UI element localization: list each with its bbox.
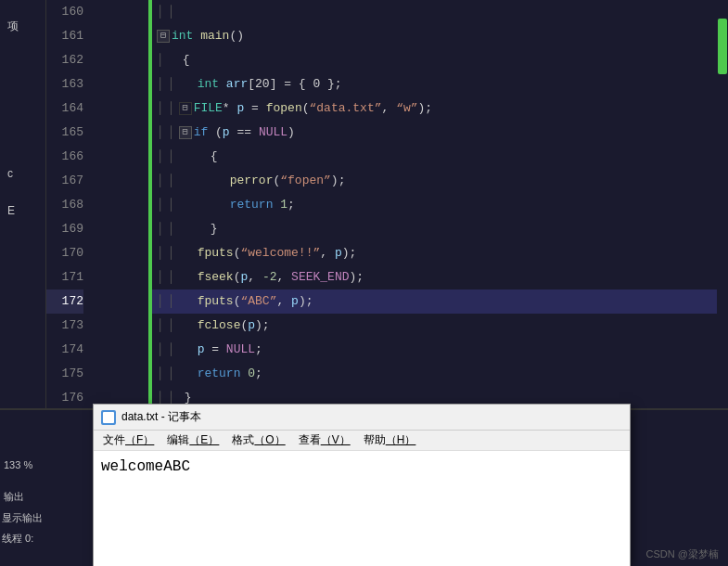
line-num-164: 164 [46, 96, 83, 121]
indent-175b: │ [168, 362, 175, 386]
space [193, 24, 200, 48]
indent-174a: │ [157, 338, 164, 362]
p170b: ); [342, 241, 357, 265]
p165a: ( [208, 121, 223, 145]
var-arr: arr [226, 72, 248, 96]
line-num-161: 161 [46, 24, 83, 48]
macro-seek-end: SEEK_END [291, 265, 349, 289]
line-num-163: 163 [46, 72, 83, 96]
indent-172b: │ [168, 289, 175, 314]
line-num-174: 174 [46, 338, 83, 362]
notepad-menu: 文件（F） 编辑（E） 格式（O） 查看（V） 帮助（H） [94, 431, 630, 451]
line-num-168: 168 [46, 193, 83, 217]
code-line-169: │ │ } [152, 217, 718, 241]
num-neg2: -2 [262, 265, 277, 289]
indent-164a: │ [157, 96, 164, 121]
op-165: == [230, 121, 259, 145]
kw-return-175: return [198, 362, 241, 386]
menu-view[interactable]: 查看（V） [293, 431, 356, 450]
fold-marker-161[interactable]: ⊟ [157, 30, 170, 43]
fn-fputs-172: fputs [198, 289, 234, 314]
line-num-162: 162 [46, 48, 83, 72]
line-num-170: 170 [46, 241, 83, 265]
code-line-162: │ { [152, 48, 718, 72]
indent-175a: │ [157, 362, 164, 386]
code-line-174: │ │ p = NULL ; [152, 338, 718, 362]
p167b: ); [331, 169, 346, 193]
scrollbar-thumb[interactable] [718, 19, 727, 74]
code-content[interactable]: │ │ ⊟ int main () │ { │ │ int arr [20] =… [152, 0, 718, 408]
code-line-163: │ │ int arr [20] = { 0 }; [152, 72, 718, 96]
var-p-165: p [223, 121, 230, 145]
indent-171b: │ [168, 265, 175, 289]
macro-null: NULL [259, 121, 287, 145]
num-0: 0 [248, 362, 255, 386]
comma-172: , [276, 289, 291, 314]
fold-marker-164[interactable]: ⊟ [179, 102, 192, 115]
fn-perror: perror [230, 169, 274, 193]
scrollbar[interactable] [717, 0, 728, 408]
code-line-160: │ │ [152, 0, 718, 24]
p171b: ); [350, 265, 364, 289]
brace-169: } [211, 217, 218, 241]
fn-fopen: fopen [266, 96, 302, 121]
str-fopen: “fopen” [280, 169, 331, 193]
code-line-164: │ │ ⊟ FILE * p = fopen ( “data.txt” , “w… [152, 96, 718, 121]
code-line-168: │ │ return 1 ; [152, 193, 718, 217]
indent-166b: │ [168, 145, 175, 169]
indent-172a: │ [157, 289, 164, 314]
fold-marker-165[interactable]: ⊟ [179, 126, 192, 139]
menu-format[interactable]: 格式（O） [226, 431, 290, 450]
indent-162: │ [157, 48, 164, 72]
indent-163b: │ [168, 72, 175, 96]
kw-int-163: int [198, 72, 219, 96]
left-sidebar: 项 c E [0, 0, 46, 408]
code-line-173: │ │ fclose ( p ); [152, 314, 718, 338]
line-num-160: 160 [46, 0, 83, 24]
p165b: ) [287, 121, 295, 145]
code-line-161: ⊟ int main () [152, 24, 718, 48]
indent-174b: │ [168, 338, 175, 362]
indent-168b: │ [168, 193, 175, 217]
indent-163a: │ [157, 72, 164, 96]
indent-164b: │ [168, 96, 175, 121]
menu-edit[interactable]: 编辑（E） [161, 431, 224, 450]
notepad-titlebar: data.txt - 记事本 [94, 405, 630, 431]
code-line-171: │ │ fseek ( p , -2 , SEEK_END ); [152, 265, 718, 289]
line-num-171: 171 [46, 265, 83, 289]
var-p-170: p [335, 241, 342, 265]
thread-label: 线程 0: [0, 530, 60, 547]
s163a [219, 72, 226, 96]
indent-173a: │ [157, 314, 164, 338]
p175: ; [255, 362, 262, 386]
indent-170a: │ [157, 241, 164, 265]
str-abc: “ABC” [240, 289, 276, 314]
indent-165a: │ [157, 121, 164, 145]
indent-165b: │ [168, 121, 175, 145]
sidebar-label-c: c [7, 167, 13, 180]
comma-171a: , [248, 265, 262, 289]
num-1: 1 [280, 193, 287, 217]
indent-170b: │ [168, 241, 175, 265]
menu-file[interactable]: 文件（F） [97, 431, 160, 450]
p172b: ); [299, 289, 313, 314]
menu-help[interactable]: 帮助（H） [358, 431, 422, 450]
csdn-watermark: CSDN @梁梦楠 [646, 547, 719, 561]
fn-fseek: fseek [198, 265, 234, 289]
fn-fclose: fclose [198, 314, 241, 338]
p167a: ( [273, 169, 280, 193]
indent-173b: │ [168, 314, 175, 338]
line-num-169: 169 [46, 217, 83, 241]
notepad-content[interactable]: welcomeABC [94, 451, 630, 566]
kw-if: if [194, 121, 209, 145]
code-line-167: │ │ perror ( “fopen” ); [152, 169, 718, 193]
kw-return-168: return [230, 193, 274, 217]
var-p-173: p [248, 314, 255, 338]
line-num-165: 165 [46, 121, 83, 145]
show-output-label: 显示输出 [0, 509, 60, 527]
str-w: “w” [396, 96, 417, 121]
p172a: ( [234, 289, 241, 314]
str-data-txt: “data.txt” [310, 96, 382, 121]
brace-162: { [183, 48, 190, 72]
brace-166: { [211, 145, 218, 169]
